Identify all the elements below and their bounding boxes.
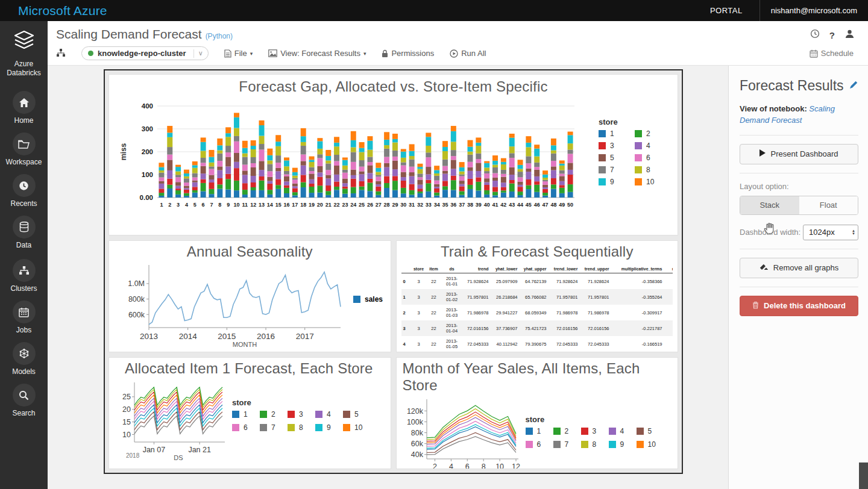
table-header-ds: ds xyxy=(441,265,463,273)
legend-item-store-6: 6 xyxy=(526,440,553,449)
svg-text:20: 20 xyxy=(317,202,323,208)
svg-text:28: 28 xyxy=(384,202,390,208)
sidebar-item-models[interactable]: Models xyxy=(6,342,42,376)
svg-text:6: 6 xyxy=(465,463,469,469)
dashboard-area: Forecast Gap, Allocated vs. Store-Item S… xyxy=(48,66,728,489)
legend-item-store-9: 9 xyxy=(609,440,637,449)
sidebar-item-recents[interactable]: Recents xyxy=(6,174,42,208)
portal-link[interactable]: PORTAL xyxy=(693,0,760,21)
table-row: 03222013-01-0171.92862425.09790964.76213… xyxy=(401,273,673,290)
microsoft-azure-logo[interactable]: Microsoft Azure xyxy=(0,4,107,18)
stepper-icon: ▲▼ xyxy=(852,229,855,235)
legend-item-store-8: 8 xyxy=(635,166,671,174)
svg-text:10: 10 xyxy=(122,431,131,439)
table-card-train-forecast[interactable]: Train & Forecast Sequentially storeitemd… xyxy=(396,240,679,352)
schedule-button[interactable]: Schedule xyxy=(810,49,860,58)
file-menu[interactable]: File▾ xyxy=(224,49,253,58)
models-network-icon xyxy=(13,342,36,365)
svg-text:2015: 2015 xyxy=(218,332,236,341)
chart-card-allocated-forecast[interactable]: Allocated Item 1 Forecast, Each Store 10… xyxy=(108,357,391,469)
layout-float-button[interactable]: Float xyxy=(799,196,858,214)
legend-item-store-6: 6 xyxy=(635,154,671,162)
cluster-tree-icon xyxy=(56,48,66,59)
svg-text:10: 10 xyxy=(495,463,504,469)
layout-toggle: Stack Float xyxy=(740,196,858,215)
svg-text:2: 2 xyxy=(432,463,436,469)
edit-title-pencil-icon[interactable] xyxy=(849,80,858,92)
eraser-icon xyxy=(760,263,769,272)
svg-text:49: 49 xyxy=(559,202,565,208)
sidebar-item-search[interactable]: Search xyxy=(6,384,42,417)
sidebar: Azure Databricks HomeWorkspaceRecentsDat… xyxy=(0,21,48,489)
table-header-yhat_upper: yhat_upper xyxy=(520,265,549,273)
user-avatar-icon[interactable] xyxy=(844,29,855,41)
sidebar-item-home[interactable]: Home xyxy=(6,91,42,125)
svg-text:2018: 2018 xyxy=(126,452,140,459)
chevron-down-icon: ∨ xyxy=(198,49,203,57)
svg-text:32: 32 xyxy=(417,202,423,208)
present-dashboard-button[interactable]: Present Dashboard xyxy=(740,144,858,164)
chart-card-month-of-year-sales[interactable]: Month of Year Sales, All Items, Each Sto… xyxy=(396,357,679,469)
notebook-header: Scaling Demand Forecast (Python) ? xyxy=(48,21,868,65)
svg-text:5: 5 xyxy=(193,202,197,208)
forecast-gap-bar-chart: 0.00100200300400miss12345678910111213141… xyxy=(114,96,590,223)
table-header-trend_upper: trend_upper xyxy=(580,265,611,273)
chart-title-month-of-year-sales: Month of Year Sales, All Items, Each Sto… xyxy=(401,360,673,394)
sidebar-item-clusters[interactable]: Clusters xyxy=(6,259,42,293)
layout-stack-button[interactable]: Stack xyxy=(740,196,799,214)
chart-card-annual-seasonality[interactable]: Annual Seasonality 600k800k1.0M201320142… xyxy=(108,240,391,352)
dashboard-width-select[interactable]: 1024px ▲▼ xyxy=(803,225,858,240)
sidebar-item-data[interactable]: Data xyxy=(6,216,42,249)
svg-text:36: 36 xyxy=(450,202,456,208)
run-all-button[interactable]: Run All xyxy=(450,49,486,58)
scrollbar-corner[interactable] xyxy=(859,463,868,489)
svg-text:8: 8 xyxy=(481,463,485,469)
legend-item-store-3: 3 xyxy=(599,142,635,150)
permissions-button[interactable]: Permissions xyxy=(382,49,434,58)
svg-text:47: 47 xyxy=(542,202,549,208)
cluster-name: knowledge-repo-cluster xyxy=(98,49,186,58)
table-header-store: store xyxy=(411,265,427,273)
cluster-status-dot xyxy=(88,51,93,56)
svg-text:400: 400 xyxy=(142,102,153,110)
view-menu[interactable]: View: Forecast Results▾ xyxy=(268,49,366,58)
sidebar-item-jobs[interactable]: Jobs xyxy=(6,301,42,334)
svg-text:42: 42 xyxy=(500,202,506,208)
help-icon[interactable]: ? xyxy=(829,30,835,40)
svg-text:6: 6 xyxy=(202,202,205,208)
trash-icon xyxy=(752,301,759,311)
chart-card-forecast-gap[interactable]: Forecast Gap, Allocated vs. Store-Item S… xyxy=(108,74,678,235)
legend-title-store: store xyxy=(232,398,371,407)
remove-all-graphs-button[interactable]: Remove all graphs xyxy=(740,258,858,278)
svg-text:1: 1 xyxy=(160,202,163,208)
sidebar-item-workspace[interactable]: Workspace xyxy=(6,132,42,166)
sidebar-item-label: Data xyxy=(16,241,31,249)
legend-item-store-7: 7 xyxy=(553,440,581,449)
legend-item-store-4: 4 xyxy=(609,427,637,435)
table-row: 23222013-01-0371.98697829.94122768.05934… xyxy=(401,305,673,320)
svg-text:1.0M: 1.0M xyxy=(128,279,145,288)
delete-dashboard-button[interactable]: Delete this dashboard xyxy=(740,296,858,316)
svg-text:120k: 120k xyxy=(406,407,423,416)
sidebar-item-label: Workspace xyxy=(6,158,42,166)
chart-title-allocated-forecast: Allocated Item 1 Forecast, Each Store xyxy=(114,360,386,377)
svg-text:25: 25 xyxy=(122,393,131,401)
table-header-index xyxy=(401,265,411,273)
svg-text:8: 8 xyxy=(218,202,221,208)
svg-text:38: 38 xyxy=(467,202,473,208)
svg-text:48: 48 xyxy=(550,202,556,208)
user-email[interactable]: nishanth@microsoft.com xyxy=(760,0,868,21)
revision-history-icon[interactable] xyxy=(810,29,820,41)
sidebar-item-azure-databricks[interactable]: Azure Databricks xyxy=(0,30,48,78)
svg-text:12: 12 xyxy=(250,202,256,208)
cluster-selector[interactable]: knowledge-repo-cluster ∨ xyxy=(81,46,209,60)
legend-item-store-4: 4 xyxy=(635,142,671,150)
legend-item-store-7: 7 xyxy=(260,423,288,432)
table-row: 13222013-01-0271.95780126.21868465.76608… xyxy=(401,289,673,305)
svg-text:25: 25 xyxy=(359,202,365,208)
svg-text:miss: miss xyxy=(119,143,128,161)
svg-text:50: 50 xyxy=(567,202,573,208)
svg-text:MONTH: MONTH xyxy=(233,341,257,348)
table-header-yhat_lower: yhat_lower xyxy=(491,265,520,273)
svg-text:12: 12 xyxy=(512,463,520,469)
